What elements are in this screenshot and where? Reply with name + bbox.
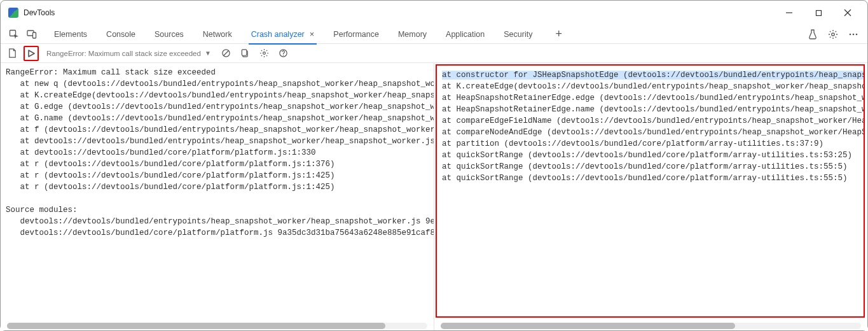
tab-application[interactable]: Application	[437, 25, 493, 44]
tab-label: Application	[446, 30, 485, 39]
new-file-button[interactable]	[4, 46, 20, 61]
experiments-icon[interactable]	[808, 29, 818, 39]
chevron-down-icon: ▼	[205, 50, 211, 57]
svg-point-8	[850, 33, 851, 35]
svg-point-15	[263, 52, 266, 55]
tab-elements[interactable]: Elements	[45, 25, 96, 44]
minimize-button[interactable]	[775, 3, 804, 23]
svg-line-12	[224, 51, 229, 56]
tab-label: Sources	[155, 30, 184, 39]
clear-button[interactable]	[219, 46, 234, 61]
tab-performance[interactable]: Performance	[324, 25, 388, 44]
run-analyze-button[interactable]	[24, 46, 39, 61]
content-panes: RangeError: Maximum call stack size exce…	[1, 63, 867, 330]
tab-label: Security	[504, 30, 532, 39]
settings-button[interactable]	[257, 46, 272, 61]
tab-label: Console	[106, 30, 135, 39]
close-button[interactable]	[833, 3, 862, 23]
tabbar: Elements Console Sources Network Crash a…	[1, 25, 867, 44]
tab-label: Performance	[333, 30, 379, 39]
more-menu-icon[interactable]	[848, 29, 858, 39]
svg-rect-14	[242, 50, 247, 55]
svg-rect-6	[33, 32, 36, 38]
devtools-window: DevTools Elements Console Sources Networ…	[0, 0, 868, 331]
unminified-stack-text[interactable]: at constructor for JSHeapSnapshotEdge (d…	[437, 66, 864, 188]
unminified-stack-pane: at constructor for JSHeapSnapshotEdge (d…	[434, 63, 867, 330]
error-dropdown[interactable]: RangeError: Maximum call stack size exce…	[43, 46, 215, 60]
close-tab-icon[interactable]: ×	[310, 29, 315, 39]
tab-console[interactable]: Console	[97, 25, 144, 44]
tab-label: Network	[203, 30, 232, 39]
inspect-icon[interactable]	[8, 29, 20, 40]
add-tab-button[interactable]: +	[549, 27, 568, 41]
svg-point-7	[832, 32, 834, 35]
svg-point-17	[283, 55, 284, 56]
tab-label: Memory	[398, 30, 427, 39]
crash-toolbar: RangeError: Maximum call stack size exce…	[1, 44, 867, 63]
h-scrollbar-right[interactable]	[434, 321, 867, 330]
tab-label: Elements	[54, 30, 87, 39]
svg-point-10	[856, 33, 858, 35]
help-button[interactable]	[276, 46, 291, 61]
svg-rect-1	[816, 10, 821, 15]
error-field-text: RangeError: Maximum call stack size exce…	[46, 50, 201, 57]
settings-gear-icon[interactable]	[828, 29, 838, 39]
maximize-button[interactable]	[804, 3, 833, 23]
h-scrollbar-left[interactable]	[1, 321, 434, 330]
tab-crash-analyzer[interactable]: Crash analyzer×	[242, 25, 324, 44]
tab-security[interactable]: Security	[495, 25, 541, 44]
copy-button[interactable]	[238, 46, 253, 61]
tab-network[interactable]: Network	[194, 25, 241, 44]
tab-sources[interactable]: Sources	[146, 25, 193, 44]
tab-memory[interactable]: Memory	[389, 25, 436, 44]
svg-point-9	[853, 33, 855, 35]
window-title: DevTools	[24, 8, 55, 17]
raw-stack-pane: RangeError: Maximum call stack size exce…	[1, 63, 434, 330]
titlebar: DevTools	[1, 1, 867, 25]
device-toggle-icon[interactable]	[26, 29, 38, 40]
raw-stack-text[interactable]: RangeError: Maximum call stack size exce…	[1, 63, 434, 243]
tab-label: Crash analyzer	[251, 30, 305, 39]
app-icon	[8, 8, 18, 18]
